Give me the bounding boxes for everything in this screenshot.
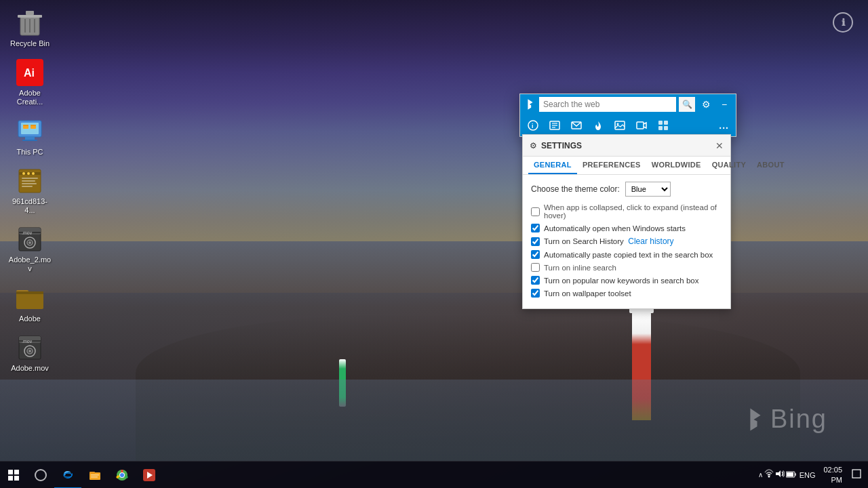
theme-color-label: Choose the theme color: xyxy=(531,184,620,194)
checkbox-auto-open-input[interactable] xyxy=(531,224,540,232)
adobe-mov-label: Adobe.mov xyxy=(11,364,49,373)
svg-text:.mov: .mov xyxy=(22,339,33,344)
tray-volume-icon xyxy=(775,469,785,481)
desktop-icon-adobe2-mov[interactable]: .mov Adobe_2.mov xyxy=(5,223,54,276)
theme-color-select[interactable]: Blue Red Green Purple Orange xyxy=(625,182,671,197)
bing-search-input[interactable] xyxy=(539,97,676,112)
info-icon[interactable]: ℹ xyxy=(833,12,853,33)
settings-tab-about[interactable]: ABOUT xyxy=(751,157,790,174)
svg-text:i: i xyxy=(532,123,534,129)
svg-marker-67 xyxy=(776,470,781,477)
bing-titlebar: 🔍 ⚙ − xyxy=(520,94,736,115)
adobe-cc-icon: Ai xyxy=(16,59,43,86)
tray-language[interactable]: ENG xyxy=(800,471,816,479)
bing-nav-apps[interactable] xyxy=(653,115,673,136)
adobe-cc-label: Adobe Creati... xyxy=(8,89,52,106)
svg-rect-55 xyxy=(664,126,668,130)
start-button[interactable] xyxy=(0,462,27,489)
settings-tab-general[interactable]: GENERAL xyxy=(528,157,577,174)
desktop-icon-adobe-cc[interactable]: Ai Adobe Creati... xyxy=(5,56,54,109)
media-icon xyxy=(143,469,155,481)
svg-rect-23 xyxy=(22,183,37,184)
tray-notification[interactable] xyxy=(852,469,861,481)
info-icon-label: ℹ xyxy=(842,17,845,28)
svg-rect-21 xyxy=(22,178,38,179)
desktop-icon-recycle-bin[interactable]: Recycle Bin xyxy=(5,7,54,51)
bing-minimize-button[interactable]: − xyxy=(717,97,732,112)
svg-point-20 xyxy=(32,172,35,175)
checkbox-auto-paste-label[interactable]: Automatically paste copied text in the s… xyxy=(544,251,713,259)
svg-text:Ai: Ai xyxy=(24,67,35,79)
desktop-icon-adobe-mov[interactable]: .mov Adobe.mov xyxy=(5,331,54,375)
bing-watermark: Bing xyxy=(745,405,827,434)
desktop-icon-adobe-folder[interactable]: Adobe xyxy=(5,282,54,326)
bing-nav-images[interactable] xyxy=(610,115,630,136)
explorer-icon xyxy=(89,469,101,481)
checkbox-inline-search-label[interactable]: Turn on inline search xyxy=(544,264,616,272)
taskbar-media[interactable] xyxy=(136,462,163,489)
settings-tab-quality[interactable]: QUALITY xyxy=(707,157,751,174)
checkbox-auto-open-label[interactable]: Automatically open when Windows starts xyxy=(544,224,686,232)
taskbar-clock[interactable]: 02:05 PM xyxy=(818,465,848,485)
bing-app-window: 🔍 ⚙ − i xyxy=(519,94,736,137)
settings-gear-icon: ⚙ xyxy=(530,141,537,150)
bing-settings-button[interactable]: ⚙ xyxy=(698,97,714,112)
settings-panel: ⚙ SETTINGS ✕ GENERAL PREFERENCES WORLDWI… xyxy=(522,134,731,309)
cortana-icon xyxy=(35,469,47,481)
bing-nav-info[interactable]: i xyxy=(523,115,543,136)
checkbox-wallpaper-toolset-input[interactable] xyxy=(531,289,540,298)
theme-color-row: Choose the theme color: Blue Red Green P… xyxy=(531,182,722,197)
checkbox-popular-now-input[interactable] xyxy=(531,276,540,285)
svg-point-66 xyxy=(768,476,770,478)
checkbox-search-history-label[interactable]: Turn on Search History Clear history xyxy=(544,237,674,246)
svg-rect-71 xyxy=(852,470,861,478)
settings-tabs: GENERAL PREFERENCES WORLDWIDE QUALITY AB… xyxy=(523,157,730,175)
adobe-folder-icon xyxy=(16,285,43,312)
bing-nav-more[interactable]: ... xyxy=(715,120,733,131)
recycle-bin-label: Recycle Bin xyxy=(10,39,50,48)
svg-rect-13 xyxy=(23,125,28,126)
settings-tab-preferences[interactable]: PREFERENCES xyxy=(577,157,646,174)
checkbox-wallpaper-toolset: Turn on wallpaper toolset xyxy=(531,289,722,298)
checkbox-search-history-input[interactable] xyxy=(531,237,540,246)
svg-point-50 xyxy=(617,123,619,125)
settings-tab-worldwide[interactable]: WORLDWIDE xyxy=(646,157,707,174)
bing-nav-mail[interactable] xyxy=(566,115,587,136)
desktop-icon-file1[interactable]: 961cd813-4... xyxy=(5,165,54,218)
tray-network-icon xyxy=(764,469,774,481)
edge-icon xyxy=(62,468,74,481)
bing-watermark-text: Bing xyxy=(770,405,827,434)
checkbox-popular-now-label[interactable]: Turn on popular now keywords in search b… xyxy=(544,277,698,285)
checkbox-wallpaper-toolset-label[interactable]: Turn on wallpaper toolset xyxy=(544,289,631,298)
bing-nav-news[interactable] xyxy=(545,115,565,136)
checkbox-auto-open: Automatically open when Windows starts xyxy=(531,224,722,232)
checkbox-auto-paste-input[interactable] xyxy=(531,250,540,259)
settings-close-button[interactable]: ✕ xyxy=(715,141,724,150)
clock-time: 02:05 xyxy=(823,465,842,474)
tray-chevron[interactable]: ∧ xyxy=(758,471,763,479)
svg-rect-22 xyxy=(22,180,35,182)
bing-navbar: i xyxy=(520,115,736,136)
taskbar-edge[interactable] xyxy=(54,462,81,489)
bing-search-button[interactable]: 🔍 xyxy=(679,97,695,112)
checkbox-click-expand: When app is collapsed, click to expand (… xyxy=(531,203,722,220)
clear-history-link[interactable]: Clear history xyxy=(628,237,673,246)
svg-rect-2 xyxy=(26,11,34,15)
checkbox-inline-search-input[interactable] xyxy=(531,263,540,272)
taskbar-explorer[interactable] xyxy=(81,462,108,489)
settings-title-container: ⚙ SETTINGS xyxy=(530,141,582,150)
settings-title-text: SETTINGS xyxy=(541,141,582,150)
tray-battery-icon xyxy=(786,471,797,479)
checkbox-click-expand-label[interactable]: When app is collapsed, click to expand (… xyxy=(544,203,722,220)
svg-rect-52 xyxy=(658,121,663,125)
svg-rect-70 xyxy=(795,473,796,476)
bing-nav-trending[interactable] xyxy=(588,115,608,136)
taskbar-chrome[interactable] xyxy=(108,462,136,489)
desktop-icon-this-pc[interactable]: This PC xyxy=(5,115,54,159)
checkbox-search-history: Turn on Search History Clear history xyxy=(531,237,722,246)
checkbox-click-expand-input[interactable] xyxy=(531,207,540,216)
cortana-button[interactable] xyxy=(27,462,54,489)
file1-label: 961cd813-4... xyxy=(8,197,52,215)
desktop-icons-container: Recycle Bin Ai Adobe Creati... xyxy=(5,7,54,375)
bing-nav-video[interactable] xyxy=(631,115,652,136)
